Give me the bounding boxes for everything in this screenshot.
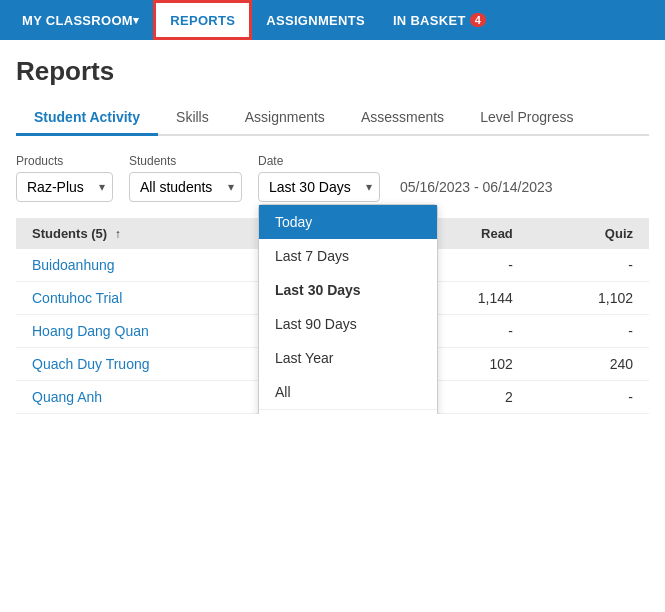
students-filter: Students All students (129, 154, 242, 202)
student-link[interactable]: Hoang Dang Quan (32, 323, 149, 339)
quiz-cell: - (513, 323, 633, 339)
products-label: Products (16, 154, 113, 168)
date-select[interactable]: Last 30 Days (258, 172, 380, 202)
page-title: Reports (16, 56, 649, 87)
products-select[interactable]: Raz-Plus (16, 172, 113, 202)
student-name-cell: Quach Duy Truong (32, 356, 272, 372)
date-select-wrapper: Last 30 Days (258, 172, 380, 202)
sort-icon: ↑ (115, 227, 121, 241)
nav-assignments[interactable]: ASSIGNMENTS (252, 0, 379, 40)
date-option-last-year[interactable]: Last Year (259, 341, 437, 375)
quiz-cell: - (513, 257, 633, 273)
dropdown-divider (259, 409, 437, 410)
student-link[interactable]: Quach Duy Truong (32, 356, 150, 372)
top-navigation: MY CLASSROOM REPORTS ASSIGNMENTS IN BASK… (0, 0, 665, 40)
filters-bar: Products Raz-Plus Students All students … (16, 154, 649, 202)
tab-level-progress[interactable]: Level Progress (462, 101, 591, 136)
date-option-all[interactable]: All (259, 375, 437, 409)
page-content: Reports Student Activity Skills Assignme… (0, 40, 665, 414)
quiz-cell: 1,102 (513, 290, 633, 306)
students-select[interactable]: All students (129, 172, 242, 202)
nav-reports[interactable]: REPORTS (153, 0, 252, 40)
in-basket-badge: 4 (470, 13, 486, 27)
student-link[interactable]: Contuhoc Trial (32, 290, 122, 306)
nav-in-basket[interactable]: IN BASKET 4 (379, 0, 500, 40)
student-name-cell: Quang Anh (32, 389, 272, 405)
date-option-today[interactable]: Today (259, 205, 437, 239)
quiz-cell: 240 (513, 356, 633, 372)
tab-assessments[interactable]: Assessments (343, 101, 462, 136)
tab-student-activity[interactable]: Student Activity (16, 101, 158, 136)
quiz-cell: - (513, 389, 633, 405)
date-option-last7[interactable]: Last 7 Days (259, 239, 437, 273)
col-header-quiz[interactable]: Quiz (513, 226, 633, 241)
student-name-cell: Contuhoc Trial (32, 290, 272, 306)
student-name-cell: Buidoanhung (32, 257, 272, 273)
date-range-display: 05/16/2023 - 06/14/2023 (396, 172, 557, 202)
tab-bar: Student Activity Skills Assignments Asse… (16, 101, 649, 136)
date-filter: Date Last 30 Days Today Last 7 Days Last… (258, 154, 380, 202)
date-option-last30[interactable]: Last 30 Days (259, 273, 437, 307)
col-header-students[interactable]: Students (5) ↑ (32, 226, 272, 241)
date-option-last90[interactable]: Last 90 Days (259, 307, 437, 341)
students-select-wrapper: All students (129, 172, 242, 202)
tab-assignments[interactable]: Assignments (227, 101, 343, 136)
nav-my-classroom[interactable]: MY CLASSROOM (8, 0, 153, 40)
products-filter: Products Raz-Plus (16, 154, 113, 202)
students-label: Students (129, 154, 242, 168)
student-name-cell: Hoang Dang Quan (32, 323, 272, 339)
date-label: Date (258, 154, 380, 168)
date-dropdown-menu: Today Last 7 Days Last 30 Days Last 90 D… (258, 204, 438, 414)
student-link[interactable]: Buidoanhung (32, 257, 115, 273)
products-select-wrapper: Raz-Plus (16, 172, 113, 202)
student-link[interactable]: Quang Anh (32, 389, 102, 405)
tab-skills[interactable]: Skills (158, 101, 227, 136)
